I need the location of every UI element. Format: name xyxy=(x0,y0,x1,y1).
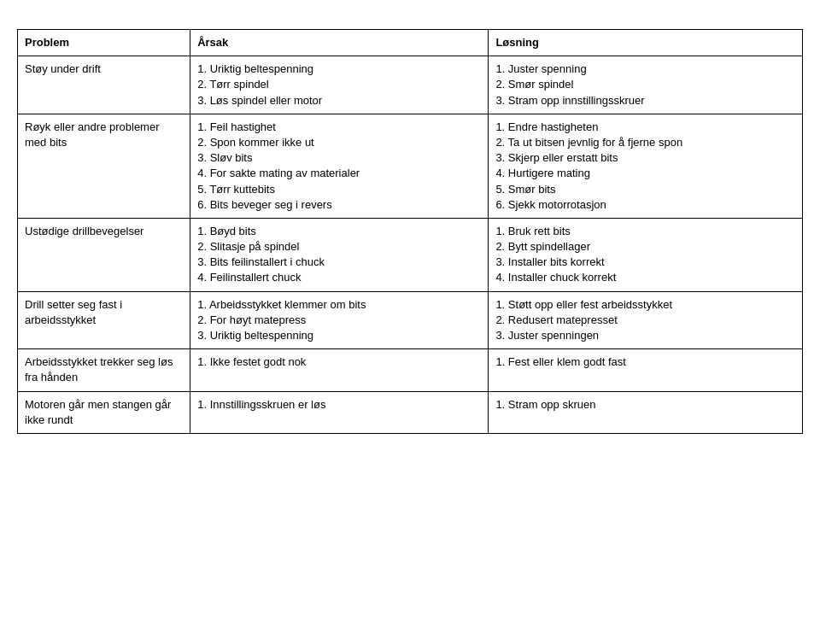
cell-problem: Motoren går men stangen går ikke rundt xyxy=(18,391,190,433)
cell-problem: Støy under drift xyxy=(18,56,190,114)
cell-losning: 1. Fest eller klem godt fast xyxy=(489,349,803,391)
cell-arsak: 1. Ikke festet godt nok xyxy=(190,349,489,391)
table-row: Arbeidsstykket trekker seg løs fra hånde… xyxy=(18,349,803,391)
table-row: Støy under drift1. Uriktig beltespenning… xyxy=(18,56,803,114)
table-row: Røyk eller andre problemer med bits1. Fe… xyxy=(18,114,803,218)
cell-losning: 1. Støtt opp eller fest arbeidsstykket2.… xyxy=(489,291,803,349)
table-row: Motoren går men stangen går ikke rundt1.… xyxy=(18,391,803,433)
cell-arsak: 1. Arbeidsstykket klemmer om bits2. For … xyxy=(190,291,489,349)
header-losning: Løsning xyxy=(489,30,803,56)
troubleshooting-table: Problem Årsak Løsning Støy under drift1.… xyxy=(17,29,803,434)
header-problem: Problem xyxy=(18,30,190,56)
table-header-row: Problem Årsak Løsning xyxy=(18,30,803,56)
header-arsak: Årsak xyxy=(190,30,489,56)
table-row: Drill setter seg fast i arbeidsstykket1.… xyxy=(18,291,803,349)
cell-arsak: 1. Innstillingsskruen er løs xyxy=(190,391,489,433)
cell-losning: 1. Endre hastigheten2. Ta ut bitsen jevn… xyxy=(489,114,803,218)
cell-problem: Ustødige drillbevegelser xyxy=(18,218,190,291)
cell-arsak: 1. Feil hastighet2. Spon kommer ikke ut3… xyxy=(190,114,489,218)
cell-problem: Røyk eller andre problemer med bits xyxy=(18,114,190,218)
cell-problem: Drill setter seg fast i arbeidsstykket xyxy=(18,291,190,349)
cell-losning: 1. Bruk rett bits2. Bytt spindellager3. … xyxy=(489,218,803,291)
cell-problem: Arbeidsstykket trekker seg løs fra hånde… xyxy=(18,349,190,391)
table-row: Ustødige drillbevegelser1. Bøyd bits2. S… xyxy=(18,218,803,291)
cell-losning: 1. Juster spenning2. Smør spindel3. Stra… xyxy=(489,56,803,114)
cell-arsak: 1. Bøyd bits2. Slitasje på spindel3. Bit… xyxy=(190,218,489,291)
cell-losning: 1. Stram opp skruen xyxy=(489,391,803,433)
cell-arsak: 1. Uriktig beltespenning2. Tørr spindel3… xyxy=(190,56,489,114)
